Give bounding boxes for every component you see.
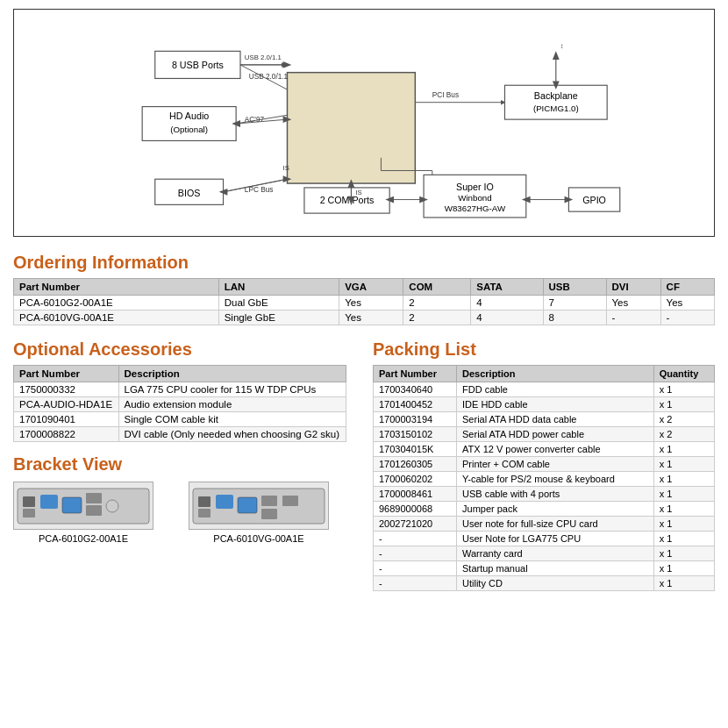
svg-rect-62	[62, 497, 82, 513]
table-row: 170304015KATX 12 V power converter cable…	[374, 442, 715, 457]
svg-text:↕: ↕	[560, 42, 564, 50]
table-cell: Single GbE	[218, 310, 339, 325]
packing-list-col: Packing List Part NumberDescriptionQuant…	[373, 338, 715, 603]
table-cell: Audio extension module	[118, 397, 346, 412]
ordering-col-header: USB	[543, 279, 606, 296]
bracket-svg-2	[191, 484, 327, 528]
diagram-svg: 8 USB Ports USB 2.0/1.1 USB 2.0/1.1 HD A…	[23, 18, 705, 229]
table-cell: 1701400452	[374, 397, 457, 412]
svg-marker-42	[283, 61, 292, 68]
table-cell: -	[606, 310, 660, 325]
packing-list-title: Packing List	[373, 339, 715, 360]
svg-rect-61	[40, 495, 58, 509]
ordering-col-header: VGA	[339, 279, 403, 296]
table-cell: -	[374, 546, 457, 561]
ordering-table: Part NumberLANVGACOMSATAUSBDVICF PCA-601…	[13, 278, 715, 325]
table-cell: PCA-AUDIO-HDA1E	[14, 397, 119, 412]
table-cell: 2002721020	[374, 517, 457, 532]
table-cell: -	[374, 532, 457, 546]
svg-text:Winbond: Winbond	[458, 193, 491, 203]
svg-rect-60	[23, 509, 35, 517]
table-row: 1701090401Single COM cable kit	[14, 412, 346, 427]
table-row: 2002721020User note for full-size CPU ca…	[374, 517, 715, 532]
optional-col-header: Description	[118, 366, 346, 382]
table-cell: x 1	[653, 561, 714, 576]
table-row: 1700060202Y-cable for PS/2 mouse & keybo…	[374, 472, 715, 487]
table-cell: 2	[403, 296, 471, 310]
packing-list-table: Part NumberDescriptionQuantity 170034064…	[373, 365, 715, 591]
svg-rect-70	[238, 497, 257, 513]
table-row: 1701260305Printer + COM cablex 1	[374, 457, 715, 472]
ordering-col-header: CF	[660, 279, 714, 296]
table-cell: 1750000332	[14, 382, 119, 397]
block-diagram: 8 USB Ports USB 2.0/1.1 USB 2.0/1.1 HD A…	[13, 9, 715, 237]
table-cell: FDD cable	[457, 382, 654, 397]
table-cell: Jumper pack	[457, 502, 654, 517]
svg-text:IS: IS	[283, 164, 289, 172]
table-cell: 1701260305	[374, 457, 457, 472]
table-cell: Yes	[339, 310, 403, 325]
bracket-label-1: PCA-6010G2-00A1E	[39, 533, 128, 544]
bracket-label-2: PCA-6010VG-00A1E	[213, 533, 303, 544]
svg-rect-58	[18, 489, 149, 524]
table-cell: Serial ATA HDD power cable	[457, 427, 654, 442]
table-cell: x 1	[653, 397, 714, 412]
svg-rect-69	[216, 495, 233, 509]
table-row: -Utility CDx 1	[374, 576, 715, 591]
table-cell: Warranty card	[457, 546, 654, 561]
packing-col-header: Quantity	[653, 366, 714, 382]
table-cell: 1700060202	[374, 472, 457, 487]
bracket-item-1: PCA-6010G2-00A1E	[13, 482, 153, 544]
optional-col-header: Part Number	[14, 366, 119, 382]
table-cell: x 2	[653, 412, 714, 427]
table-cell: Yes	[660, 296, 714, 310]
ordering-col-header: LAN	[218, 279, 339, 296]
svg-rect-68	[198, 509, 211, 517]
table-cell: PCA-6010G2-00A1E	[14, 296, 219, 310]
table-row: -Startup manualx 1	[374, 561, 715, 576]
bracket-images: PCA-6010G2-00A1E	[13, 482, 346, 544]
bracket-image-1	[13, 482, 153, 530]
table-cell: 2	[403, 310, 471, 325]
table-row: 1701400452IDE HDD cablex 1	[374, 397, 715, 412]
table-cell: LGA 775 CPU cooler for 115 W TDP CPUs	[118, 382, 346, 397]
ordering-title: Ordering Information	[13, 253, 715, 273]
table-cell: User note for full-size CPU card	[457, 517, 654, 532]
table-cell: 1700340640	[374, 382, 457, 397]
bracket-item-2: PCA-6010VG-00A1E	[189, 482, 329, 544]
table-cell: Utility CD	[457, 576, 654, 591]
table-cell: ATX 12 V power converter cable	[457, 442, 654, 457]
table-cell: 4	[471, 310, 543, 325]
table-cell: 1700008822	[14, 427, 119, 442]
svg-text:(Optional): (Optional)	[170, 125, 208, 134]
svg-text:USB 2.0/1.1: USB 2.0/1.1	[245, 54, 282, 61]
table-cell: x 2	[653, 427, 714, 442]
svg-rect-63	[86, 493, 102, 503]
svg-rect-67	[198, 496, 211, 507]
bracket-section: Bracket View	[13, 454, 346, 544]
svg-rect-17	[133, 218, 223, 229]
table-row: PCA-6010VG-00A1ESingle GbEYes248--	[14, 310, 715, 325]
table-cell: -	[374, 576, 457, 591]
ordering-col-header: Part Number	[14, 279, 219, 296]
svg-text:Backplane: Backplane	[534, 90, 578, 101]
table-cell: -	[660, 310, 714, 325]
svg-rect-0	[287, 73, 415, 183]
svg-rect-59	[23, 496, 35, 507]
svg-text:IS: IS	[355, 189, 361, 196]
svg-marker-56	[553, 51, 560, 60]
table-cell: Yes	[606, 296, 660, 310]
table-cell: Startup manual	[457, 561, 654, 576]
packing-col-header: Description	[457, 366, 654, 382]
ordering-col-header: SATA	[471, 279, 543, 296]
table-cell: x 1	[653, 532, 714, 546]
table-row: 9689000068Jumper packx 1	[374, 502, 715, 517]
svg-text:GPIO: GPIO	[582, 195, 606, 205]
ordering-col-header: DVI	[606, 279, 660, 296]
packing-col-header: Part Number	[374, 366, 457, 382]
bracket-title: Bracket View	[13, 454, 346, 475]
table-cell: x 1	[653, 502, 714, 517]
table-cell: x 1	[653, 382, 714, 397]
ordering-section: Ordering Information Part NumberLANVGACO…	[13, 253, 715, 325]
svg-text:2 COM Ports: 2 COM Ports	[320, 195, 375, 205]
